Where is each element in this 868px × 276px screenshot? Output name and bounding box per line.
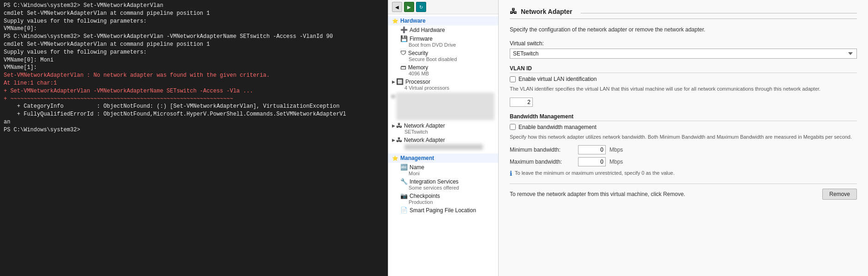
hardware-section-header[interactable]: ⭐ Hardware — [388, 16, 498, 25]
vlan-info-text: The VLAN identifier specifies the virtua… — [510, 85, 857, 93]
back-button[interactable]: ◀ — [392, 2, 402, 12]
processor-icon: 🔲 — [396, 78, 404, 85]
remove-text: To remove the network adapter from this … — [510, 191, 685, 197]
terminal-line: cmdlet Set-VMNetworkAdapterVlan at comma… — [4, 41, 384, 49]
virtual-switch-group: Virtual switch: SETswitch — [510, 40, 857, 59]
network-adapter-2-icon: 🖧 — [396, 136, 402, 143]
terminal-line: At line:1 char:1 — [4, 80, 384, 87]
blurred-item-1: ▶ — [388, 92, 498, 121]
smart-paging-label: Smart Paging File Location — [410, 207, 476, 214]
network-adapter-expand-icon: ▶ — [392, 123, 395, 128]
enable-vlan-row[interactable]: Enable virtual LAN identification — [510, 76, 857, 82]
terminal-line: PS C:\Windows\system32> Set-VMNetworkAda… — [4, 2, 384, 10]
firmware-item[interactable]: 💾 Firmware Boot from DVD Drive — [388, 34, 498, 49]
settings-panel: ◀ ▶ ↻ ⭐ Hardware ➕ Add Hardware 💾 Firmwa… — [388, 0, 499, 276]
management-section-icon: ⭐ — [392, 155, 398, 161]
enable-bandwidth-row[interactable]: Enable bandwidth management — [510, 124, 857, 130]
checkpoints-icon: 📷 — [400, 192, 408, 199]
add-hardware-item[interactable]: ➕ Add Hardware — [388, 25, 498, 34]
terminal-line: cmdlet Set-VMNetworkAdapterVlan at comma… — [4, 10, 384, 18]
network-adapter-item[interactable]: ▶ 🖧 Network Adapter SETswitch — [388, 121, 498, 135]
integration-services-sub: Some services offered — [400, 185, 494, 190]
network-adapter-2-label: Network Adapter — [404, 137, 445, 143]
hardware-section-icon: ⭐ — [392, 18, 398, 24]
terminal-line: VMName[1]: — [4, 64, 384, 72]
play-button[interactable]: ▶ — [404, 2, 414, 12]
bandwidth-note: To leave the minimum or maximum unrestri… — [515, 169, 675, 177]
max-bandwidth-input[interactable] — [578, 157, 606, 166]
memory-icon: 🗃 — [400, 64, 406, 71]
processor-sub: 4 Virtual processors — [396, 85, 494, 91]
bandwidth-info-text: Specify how this network adapter utilize… — [510, 133, 857, 141]
panel-title-text: Network Adapter — [521, 8, 573, 15]
terminal-line: Set-VMNetworkAdapterVlan : No network ad… — [4, 72, 384, 80]
terminal-line: PS C:\Windows\system32> — [4, 126, 384, 134]
smart-paging-icon: 📄 — [400, 207, 408, 214]
hardware-label: Hardware — [400, 18, 426, 24]
checkpoints-label: Checkpoints — [410, 193, 440, 199]
panel-icon: 🖧 — [510, 7, 517, 16]
max-bandwidth-row: Maximum bandwidth: Mbps — [510, 157, 857, 166]
max-bandwidth-unit: Mbps — [609, 159, 623, 165]
integration-services-item[interactable]: 🔧 Integration Services Some services off… — [388, 177, 498, 191]
virtual-switch-select[interactable]: SETswitch — [510, 49, 857, 59]
add-hardware-label: Add Hardware — [410, 27, 445, 33]
security-label: Security — [408, 50, 428, 56]
min-bandwidth-input[interactable] — [578, 145, 606, 154]
add-hardware-icon: ➕ — [400, 26, 408, 33]
processor-item[interactable]: ▶ 🔲 Processor 4 Virtual processors — [388, 77, 498, 92]
security-item[interactable]: 🛡 Security Secure Boot disabled — [388, 49, 498, 63]
info-icon: ℹ — [510, 170, 512, 177]
toolbar-nav: ◀ ▶ ↻ — [388, 0, 498, 14]
terminal-line: + ~~~~~~~~~~~~~~~~~~~~~~~~~~~~~~~~~~~~~~… — [4, 95, 384, 103]
terminal-line: PS C:\Windows\system32> Set-VMNetworkAda… — [4, 33, 384, 41]
network-adapter-sub: SETswitch — [396, 129, 494, 135]
enable-vlan-checkbox[interactable] — [510, 76, 516, 82]
management-label: Management — [400, 155, 434, 161]
memory-label: Memory — [408, 64, 428, 71]
name-item[interactable]: 🔤 Name Moni — [388, 163, 498, 177]
network-adapter-2-expand-icon: ▶ — [392, 138, 395, 142]
min-bandwidth-label: Minimum bandwidth: — [510, 147, 574, 153]
processor-expand-icon: ▶ — [392, 80, 395, 84]
management-section-header[interactable]: ⭐ Management — [388, 153, 498, 163]
terminal-panel[interactable]: PS C:\Windows\system32> Set-VMNetworkAda… — [0, 0, 388, 276]
max-bandwidth-label: Maximum bandwidth: — [510, 159, 574, 165]
right-panel-title: 🖧 Network Adapter — [510, 7, 857, 19]
name-label: Name — [410, 164, 424, 171]
terminal-line: Supply values for the following paramete… — [4, 18, 384, 25]
firmware-sub: Boot from DVD Drive — [400, 42, 494, 48]
terminal-line: an — [4, 118, 384, 126]
description-text: Specify the configuration of the network… — [510, 25, 857, 34]
smart-paging-item[interactable]: 📄 Smart Paging File Location — [388, 206, 498, 215]
enable-bandwidth-checkbox[interactable] — [510, 124, 516, 130]
processor-label: Processor — [405, 79, 430, 85]
network-adapter-label: Network Adapter — [404, 123, 445, 129]
bandwidth-note-row: ℹ To leave the minimum or maximum unrest… — [510, 169, 857, 177]
integration-services-label: Integration Services — [410, 178, 458, 185]
memory-sub: 4096 MB — [400, 71, 494, 76]
terminal-line: VMName[0]: — [4, 25, 384, 33]
memory-item[interactable]: 🗃 Memory 4096 MB — [388, 63, 498, 77]
remove-button[interactable]: Remove — [822, 189, 857, 200]
virtual-switch-label: Virtual switch: — [510, 40, 857, 47]
bandwidth-section-title: Bandwidth Management — [510, 113, 857, 121]
terminal-line: Supply values for the following paramete… — [4, 49, 384, 56]
settings-tree: ⭐ Hardware ➕ Add Hardware 💾 Firmware Boo… — [388, 14, 498, 276]
name-icon: 🔤 — [400, 164, 408, 171]
vlan-section-title: VLAN ID — [510, 65, 857, 73]
checkpoints-item[interactable]: 📷 Checkpoints Production — [388, 191, 498, 206]
enable-bandwidth-label: Enable bandwidth management — [518, 124, 597, 130]
integration-services-icon: 🔧 — [400, 178, 408, 185]
checkpoints-sub: Production — [400, 199, 494, 205]
network-adapter-2-item[interactable]: ▶ 🖧 Network Adapter — [388, 135, 498, 151]
remove-section: To remove the network adapter from this … — [510, 184, 857, 200]
terminal-line: VMName[0]: Moni — [4, 56, 384, 64]
vlan-id-row — [510, 98, 857, 107]
refresh-button[interactable]: ↻ — [416, 2, 426, 12]
firmware-icon: 💾 — [400, 35, 408, 42]
name-sub: Moni — [400, 171, 494, 176]
security-sub: Secure Boot disabled — [400, 56, 494, 62]
vlan-id-input[interactable] — [510, 98, 533, 107]
enable-vlan-label: Enable virtual LAN identification — [518, 76, 597, 82]
